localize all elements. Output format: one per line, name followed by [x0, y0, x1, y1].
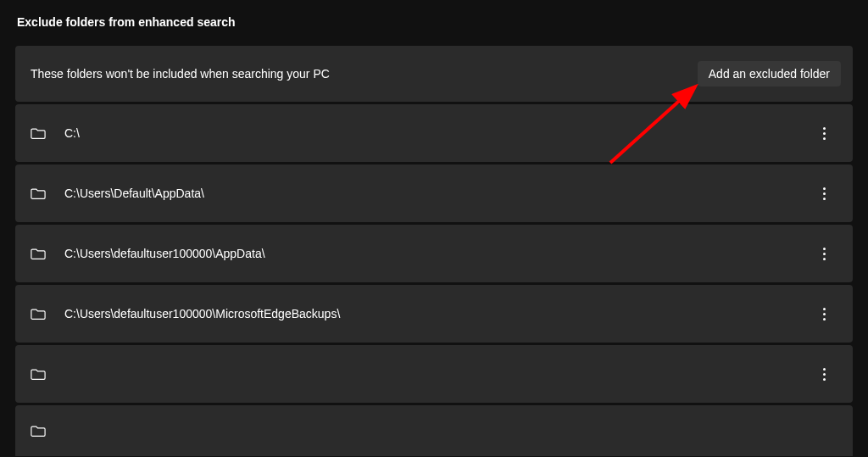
folder-path-label: C:\Users\defaultuser100000\AppData\ [64, 247, 265, 260]
section-title: Exclude folders from enhanced search [15, 15, 853, 29]
exclude-header-row: These folders won't be included when sea… [15, 46, 853, 102]
excluded-folder-row[interactable]: C:\Users\defaultuser100000\MicrosoftEdge… [15, 285, 853, 343]
more-options-button[interactable] [816, 361, 832, 387]
more-options-button[interactable] [816, 181, 832, 207]
more-options-button[interactable] [816, 120, 832, 147]
excluded-folder-row[interactable]: C:\Users\defaultuser100000\AppData\ [15, 225, 853, 282]
folder-icon [31, 366, 46, 382]
folder-icon [31, 246, 46, 261]
folder-path-label: C:\ [64, 126, 80, 140]
folder-path-label: C:\Users\defaultuser100000\MicrosoftEdge… [64, 307, 340, 320]
folder-icon [31, 423, 46, 438]
excluded-folder-row[interactable] [15, 405, 853, 456]
folder-icon [31, 125, 46, 141]
folder-path-label: C:\Users\Default\AppData\ [64, 187, 204, 200]
folder-icon [31, 186, 46, 201]
more-options-button[interactable] [816, 301, 832, 327]
excluded-folder-row[interactable] [15, 345, 853, 403]
folder-icon [31, 306, 46, 321]
add-excluded-folder-button[interactable]: Add an excluded folder [698, 61, 841, 86]
exclude-header-description: These folders won't be included when sea… [31, 67, 330, 81]
more-options-button[interactable] [816, 241, 832, 267]
excluded-folder-row[interactable]: C:\ [15, 104, 853, 162]
excluded-folder-row[interactable]: C:\Users\Default\AppData\ [15, 164, 853, 222]
